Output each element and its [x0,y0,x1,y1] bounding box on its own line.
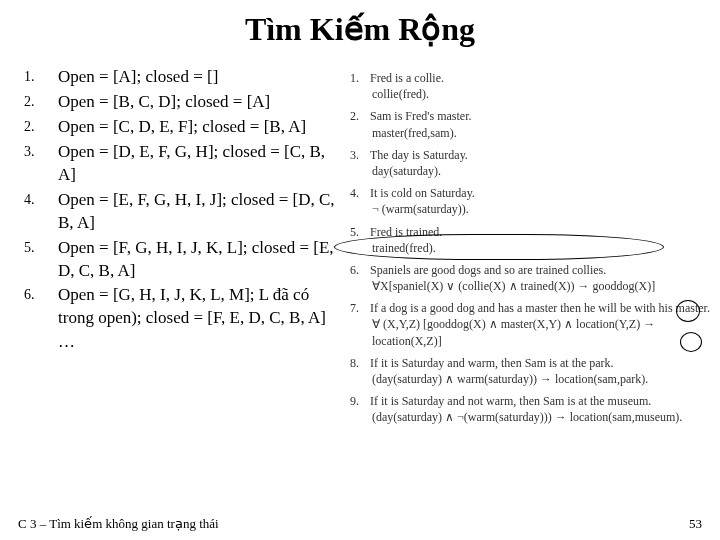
steps-column: 1. Open = [A]; closed = [] 2. Open = [B,… [24,66,344,352]
step-text: Open = [F, G, H, I, J, K, L]; closed = [… [58,237,344,283]
rule-text: The day is Saturday. [370,147,710,163]
step-text: Open = [C, D, E, F]; closed = [B, A] [58,116,344,139]
rule-text: Sam is Fred's master. [370,108,710,124]
rule-4: 4. It is cold on Saturday. ¬ (warm(satur… [350,185,710,217]
rule-formula: (day(saturday) ∧ warm(saturday)) → locat… [370,371,710,387]
step-2b: 2. Open = [C, D, E, F]; closed = [B, A] [24,116,344,139]
steps-ellipsis: … [24,332,344,352]
step-3: 3. Open = [D, E, F, G, H]; closed = [C, … [24,141,344,187]
rule-number: 2. [350,108,370,140]
rules-column: 1. Fred is a collie. collie(fred). 2. Sa… [344,66,710,432]
annotation-circle [680,332,702,352]
rule-text: If a dog is a good dog and has a master … [370,300,710,316]
rule-formula: ¬ (warm(saturday)). [370,201,710,217]
step-text: Open = [A]; closed = [] [58,66,344,89]
rule-number: 6. [350,262,370,294]
rule-7: 7. If a dog is a good dog and has a mast… [350,300,710,349]
footer-chapter: C 3 – Tìm kiếm không gian trạng thái [18,516,219,532]
step-number: 2. [24,91,58,112]
step-5: 5. Open = [F, G, H, I, J, K, L]; closed … [24,237,344,283]
rule-8: 8. If it is Saturday and warm, then Sam … [350,355,710,387]
slide-footer: C 3 – Tìm kiếm không gian trạng thái 53 [18,516,702,532]
rule-text: Fred is a collie. [370,70,710,86]
rule-number: 9. [350,393,370,425]
step-text: Open = [B, C, D]; closed = [A] [58,91,344,114]
step-text: Open = [E, F, G, H, I, J]; closed = [D, … [58,189,344,235]
step-6: 6. Open = [G, H, I, J, K, L, M]; L đã có… [24,284,344,330]
step-number: 5. [24,237,58,258]
rule-text: If it is Saturday and not warm, then Sam… [370,393,710,409]
rule-formula: master(fred,sam). [370,125,710,141]
rule-formula: ∀ (X,Y,Z) [gooddog(X) ∧ master(X,Y) ∧ lo… [370,316,710,348]
step-text: Open = [D, E, F, G, H]; closed = [C, B, … [58,141,344,187]
rule-text: It is cold on Saturday. [370,185,710,201]
rule-formula: collie(fred). [370,86,710,102]
rule-text: Spaniels are good dogs and so are traine… [370,262,710,278]
rule-number: 7. [350,300,370,349]
footer-page-number: 53 [689,516,702,532]
rule-formula: day(saturday). [370,163,710,179]
step-number: 4. [24,189,58,210]
slide-content: 1. Open = [A]; closed = [] 2. Open = [B,… [0,66,720,432]
steps-list: 1. Open = [A]; closed = [] 2. Open = [B,… [24,66,344,330]
slide-title: Tìm Kiếm Rộng [0,10,720,48]
rule-formula: (day(saturday) ∧ ¬(warm(saturday))) → lo… [370,409,710,425]
annotation-ellipse [334,234,664,260]
rule-9: 9. If it is Saturday and not warm, then … [350,393,710,425]
rule-3: 3. The day is Saturday. day(saturday). [350,147,710,179]
rule-number: 8. [350,355,370,387]
rule-number: 4. [350,185,370,217]
rule-text: If it is Saturday and warm, then Sam is … [370,355,710,371]
rule-6: 6. Spaniels are good dogs and so are tra… [350,262,710,294]
rule-number: 3. [350,147,370,179]
step-number: 1. [24,66,58,87]
step-4: 4. Open = [E, F, G, H, I, J]; closed = [… [24,189,344,235]
step-text: Open = [G, H, I, J, K, L, M]; L đã có tr… [58,284,344,330]
step-number: 2. [24,116,58,137]
step-number: 3. [24,141,58,162]
rule-formula: ∀X[spaniel(X) ∨ (collie(X) ∧ trained(X))… [370,278,710,294]
step-1: 1. Open = [A]; closed = [] [24,66,344,89]
rule-1: 1. Fred is a collie. collie(fred). [350,70,710,102]
step-2: 2. Open = [B, C, D]; closed = [A] [24,91,344,114]
step-number: 6. [24,284,58,305]
rule-2: 2. Sam is Fred's master. master(fred,sam… [350,108,710,140]
rule-number: 1. [350,70,370,102]
annotation-circle [676,300,700,322]
